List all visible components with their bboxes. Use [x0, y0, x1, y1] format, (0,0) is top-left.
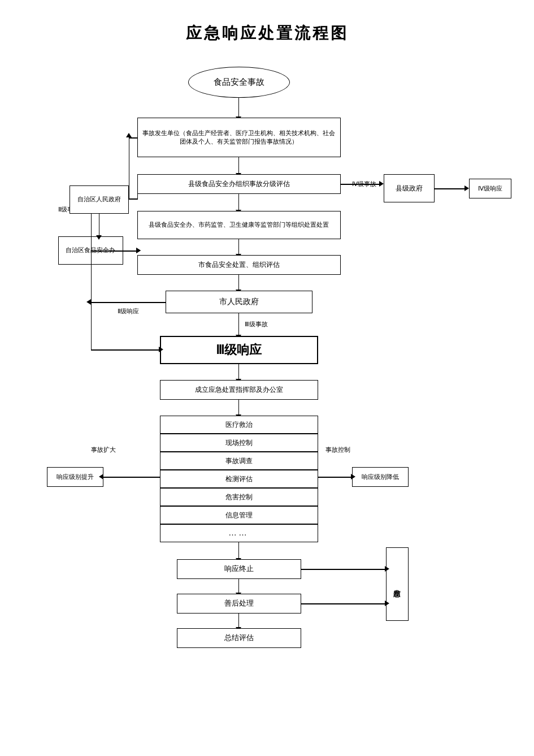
- level3-incident-label: Ⅲ级事故: [245, 320, 268, 329]
- city-handle-box: 市食品安全处置、组织评估: [137, 255, 341, 275]
- incident-control-label: 事故控制: [325, 446, 350, 454]
- arrow1: [238, 98, 240, 118]
- arrow-lh1: [91, 349, 160, 351]
- arrow-citygov-lv: [166, 302, 167, 313]
- arrowhead-r1: [379, 181, 384, 187]
- arrow-lv1: [91, 214, 92, 349]
- info-publish-box: 信息发布: [386, 547, 409, 621]
- arrow10: [238, 579, 240, 594]
- food-incident-ellipse: 食品安全事故: [188, 67, 290, 98]
- auto-zone-gov-box: 自治区人民政府: [70, 185, 129, 214]
- arrow6: [238, 313, 240, 336]
- info-mgmt-box: 信息管理: [160, 506, 318, 524]
- aftermath-box: 善后处理: [177, 594, 301, 614]
- arrow7: [238, 364, 240, 380]
- arrow-l1: [129, 198, 137, 200]
- level-up-box: 响应级别提升: [47, 467, 103, 487]
- page: 应急响应处置流程图 食品安全事故 事故发生单位（食品生产经营者、医疗卫生机构、相…: [0, 0, 534, 756]
- level-down-box: 响应级别降低: [352, 467, 409, 487]
- arrowhead-leveldown: [351, 474, 355, 479]
- arrow9: [238, 542, 240, 559]
- arrowhead-to-info1: [385, 566, 389, 572]
- report-unit-box: 事故发生单位（食品生产经营者、医疗卫生机构、相关技术机构、社会团体及个人、有关监…: [137, 118, 341, 157]
- arrow-to-info2: [301, 603, 386, 604]
- incident-expand-label: 事故扩大: [91, 446, 116, 454]
- arrow-report-left-v: [129, 137, 130, 198]
- level3-response-box: Ⅲ级响应: [160, 336, 318, 364]
- dots-box: ……: [160, 524, 318, 542]
- flowchart: 食品安全事故 事故发生单位（食品生产经营者、医疗卫生机构、相关技术机构、社会团体…: [13, 61, 522, 740]
- county-handle-box: 县级食品安全办、市药监管、卫生健康等监管部门等组织处置处置: [137, 211, 341, 239]
- arrow-report-left: [129, 137, 137, 139]
- arrow2: [238, 157, 240, 174]
- info-control-box: 危害控制: [160, 488, 318, 506]
- arrow-r2: [435, 188, 466, 189]
- arrow8: [238, 400, 240, 416]
- level2-response-label-left: Ⅱ级响应: [118, 307, 139, 316]
- arrowhead-citygov-left: [86, 299, 91, 305]
- county-assess-box: 县级食品安全办组织事故分级评估: [137, 174, 341, 194]
- arrowhead-r2: [464, 185, 469, 191]
- detect-eval-box: 检测评估: [160, 470, 318, 488]
- arrow-citygov-left: [91, 302, 166, 303]
- arrowhead-report-left: [126, 133, 132, 137]
- page-title: 应急响应处置流程图: [0, 23, 534, 44]
- arrow-gov-food: [99, 214, 100, 236]
- arrow3: [238, 194, 240, 211]
- arrow5: [238, 275, 240, 291]
- city-gov-box: 市人民政府: [166, 291, 312, 313]
- arrow4: [238, 239, 240, 255]
- arrow-levelup-h: [103, 477, 160, 478]
- county-gov-box: 县级政府: [384, 174, 435, 202]
- arrow-to-info1: [301, 569, 386, 570]
- arrowhead-to-info2: [385, 601, 389, 606]
- incident-invest-box: 事故调查: [160, 452, 318, 470]
- arrowhead-food-right: [136, 248, 141, 253]
- arrow-l1v: [137, 184, 138, 200]
- response-end-box: 响应终止: [177, 559, 301, 579]
- arrow-food-right: [123, 250, 137, 252]
- arrowhead-lh1: [159, 347, 163, 352]
- arrow-leveldown-h: [318, 477, 352, 478]
- arrow11: [238, 614, 240, 628]
- total-eval-box: 总结评估: [177, 628, 301, 648]
- establish-office-box: 成立应急处置指挥部及办公室: [160, 380, 318, 400]
- source-control-box: 现场控制: [160, 434, 318, 452]
- arrow-r1: [341, 184, 380, 185]
- arrowhead-levelup: [99, 474, 103, 479]
- arrowhead-gov-food: [96, 235, 102, 240]
- medical-box: 医疗救治: [160, 416, 318, 434]
- level4-response-box: Ⅳ级响应: [469, 179, 511, 198]
